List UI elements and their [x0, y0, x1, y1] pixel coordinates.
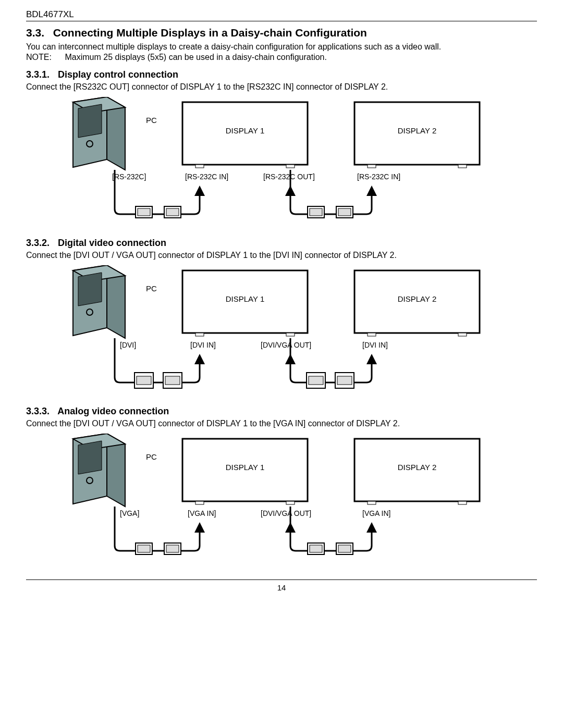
- subsection-1-title-text: Display control connection: [58, 69, 178, 80]
- pc-tower-icon: [73, 97, 125, 170]
- svg-rect-46: [286, 501, 295, 504]
- pc-label: PC: [146, 284, 157, 293]
- subsection-3-title: 3.3.3. Analog video connection: [26, 406, 537, 417]
- svg-rect-28: [458, 333, 467, 336]
- svg-marker-29: [194, 354, 205, 364]
- svg-rect-57: [310, 545, 322, 552]
- pc-port-label: [VGA]: [120, 509, 139, 517]
- svg-marker-49: [194, 522, 205, 533]
- svg-rect-26: [286, 333, 295, 336]
- svg-marker-35: [366, 354, 377, 364]
- svg-rect-25: [195, 333, 204, 336]
- page-footer: 14: [26, 579, 537, 592]
- svg-rect-39: [337, 376, 352, 385]
- model-header: BDL4677XL: [26, 9, 537, 21]
- svg-rect-31: [137, 376, 151, 385]
- svg-rect-45: [195, 501, 204, 504]
- svg-rect-6: [286, 165, 295, 168]
- pc-label: PC: [146, 116, 157, 125]
- d2-in-label: [DVI IN]: [362, 341, 388, 349]
- svg-rect-17: [310, 208, 322, 216]
- svg-rect-51: [138, 545, 150, 552]
- diagram-2: PC DISPLAY 1 DISPLAY 2 [DVI] [DVI IN] [D…: [57, 265, 537, 396]
- note-text: Maximum 25 displays (5x5) can be used in…: [65, 53, 326, 61]
- subsection-3-number: 3.3.3.: [26, 406, 55, 417]
- d2-in-label: [RS-232C IN]: [357, 172, 400, 181]
- svg-rect-7: [368, 165, 376, 168]
- d2-in-label: [VGA IN]: [362, 509, 390, 517]
- svg-marker-23: [78, 273, 102, 306]
- display-1-label: DISPLAY 1: [226, 294, 265, 303]
- subsection-3-title-text: Analog video connection: [57, 406, 169, 416]
- svg-marker-43: [78, 441, 102, 474]
- svg-marker-34: [285, 354, 296, 364]
- diagram-3: PC DISPLAY 1 DISPLAY 2 [VGA] [VGA IN] [D…: [57, 434, 537, 564]
- svg-marker-54: [285, 522, 296, 533]
- pc-port-label: [RS-232C]: [112, 172, 146, 181]
- svg-marker-15: [366, 186, 377, 196]
- d1-out-label: [DVI/VGA OUT]: [261, 509, 311, 517]
- d1-out-label: [DVI/VGA OUT]: [261, 341, 311, 349]
- svg-rect-47: [368, 501, 376, 504]
- section-intro: You can interconnect multiple displays t…: [26, 42, 537, 52]
- pc-port-label: [DVI]: [120, 341, 136, 349]
- pc-tower-icon: [73, 434, 125, 507]
- section-note: NOTE: Maximum 25 displays (5x5) can be u…: [26, 53, 537, 62]
- svg-rect-48: [458, 501, 467, 504]
- d1-in-label: [RS-232C IN]: [185, 172, 228, 181]
- display-1-label: DISPLAY 1: [226, 463, 265, 472]
- d1-in-label: [DVI IN]: [190, 341, 216, 349]
- svg-marker-9: [194, 186, 205, 196]
- display-1-label: DISPLAY 1: [226, 126, 265, 135]
- subsection-2-title-text: Digital video connection: [58, 238, 166, 248]
- svg-marker-14: [285, 186, 296, 196]
- section-title-text: Connecting Multiple Displays in a Daisy-…: [53, 27, 367, 39]
- note-label: NOTE:: [26, 53, 63, 62]
- d1-out-label: [RS-232C OUT]: [263, 172, 315, 181]
- subsection-1-title: 3.3.1. Display control connection: [26, 69, 537, 80]
- diagram-1: PC DISPLAY 1 DISPLAY 2 [RS-232C] [RS-232…: [57, 97, 537, 227]
- svg-rect-37: [309, 376, 323, 385]
- svg-rect-27: [368, 333, 376, 336]
- d1-in-label: [VGA IN]: [188, 509, 216, 517]
- pc-label: PC: [146, 452, 157, 461]
- page-number: 14: [277, 583, 286, 592]
- subsection-2-number: 3.3.2.: [26, 238, 55, 249]
- subsection-3-desc: Connect the [DVI OUT / VGA OUT] connecto…: [26, 419, 537, 428]
- subsection-2-desc: Connect the [DVI OUT / VGA OUT] connecto…: [26, 251, 537, 260]
- section-title: 3.3. Connecting Multiple Displays in a D…: [26, 27, 537, 39]
- subsection-2-title: 3.3.2. Digital video connection: [26, 238, 537, 249]
- pc-tower-icon: [73, 265, 125, 338]
- display-2-label: DISPLAY 2: [398, 463, 437, 472]
- display-2-label: DISPLAY 2: [398, 294, 437, 303]
- display-2-label: DISPLAY 2: [398, 126, 437, 135]
- svg-rect-33: [165, 376, 180, 385]
- svg-rect-5: [195, 165, 204, 168]
- svg-marker-3: [78, 104, 102, 138]
- section-number: 3.3.: [26, 27, 50, 39]
- svg-rect-8: [458, 165, 467, 168]
- subsection-1-number: 3.3.1.: [26, 69, 55, 80]
- subsection-1-desc: Connect the [RS232C OUT] connector of DI…: [26, 82, 537, 92]
- svg-rect-13: [166, 208, 179, 216]
- svg-rect-19: [338, 208, 351, 216]
- svg-rect-59: [338, 545, 351, 552]
- svg-rect-11: [138, 208, 150, 216]
- svg-rect-53: [166, 545, 179, 552]
- svg-marker-55: [366, 522, 377, 533]
